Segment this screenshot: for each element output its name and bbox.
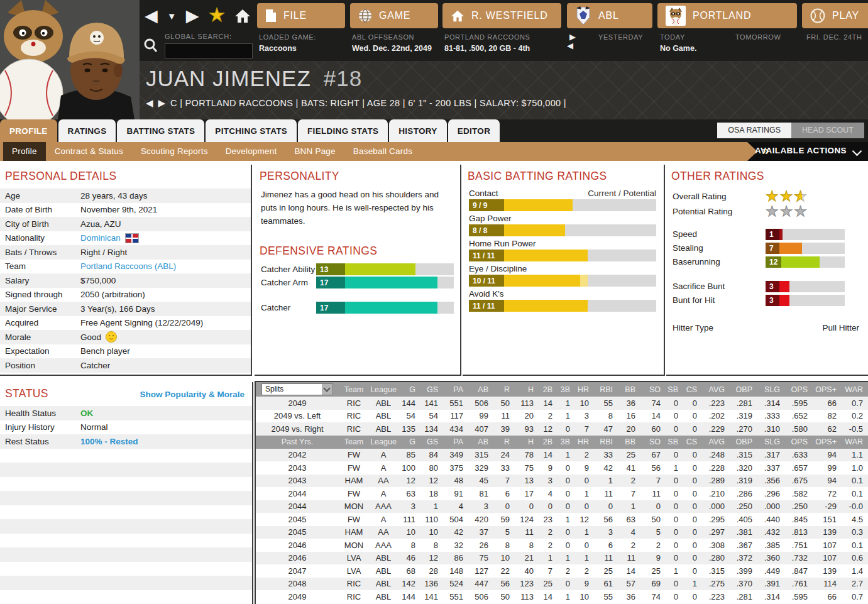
yesterday-label[interactable]: YESTERDAY bbox=[598, 33, 643, 41]
rating-value: 3 bbox=[766, 281, 779, 292]
tab-profile[interactable]: PROFILE bbox=[0, 119, 57, 142]
league-menu-button[interactable]: ABL bbox=[567, 3, 652, 28]
rating-bar: 9 / 9 bbox=[469, 199, 656, 211]
detail-value: November 9th, 2021 bbox=[80, 205, 246, 214]
game-menu-button[interactable]: GAME bbox=[350, 3, 438, 28]
home-icon[interactable] bbox=[234, 8, 251, 23]
column-header-war: WAR bbox=[842, 436, 868, 449]
tab-ratings[interactable]: RATINGS bbox=[58, 119, 116, 142]
column-header-cs: CS bbox=[683, 382, 702, 397]
detail-label: Date of Birth bbox=[5, 205, 80, 214]
splits-dropdown-value: Splits bbox=[262, 384, 322, 395]
abl-logo-icon bbox=[575, 6, 591, 25]
empty-row bbox=[0, 463, 252, 477]
column-header-slg: SLG bbox=[757, 382, 785, 397]
column-header-g: G bbox=[398, 382, 420, 397]
league-menu-label: ABL bbox=[598, 10, 619, 21]
column-header-3b: 3B bbox=[558, 382, 575, 397]
past-years-header-cell: Past Yrs. bbox=[256, 436, 339, 449]
column-header-ops: OPS+ bbox=[813, 436, 842, 449]
stats-row: 2043HAMAA1212484571330012700.289.319.356… bbox=[256, 475, 868, 488]
play-menu-button[interactable]: PLAY bbox=[802, 3, 868, 28]
column-header-team: Team bbox=[339, 436, 369, 449]
show-popularity-link[interactable]: Show Popularity & Morale bbox=[140, 390, 244, 399]
next-day-icon[interactable]: ▶ bbox=[569, 33, 576, 41]
detail-label: Bats / Throws bbox=[5, 248, 80, 257]
column-header-sb: SB bbox=[666, 436, 683, 449]
column-header-obp: OBP bbox=[730, 436, 757, 449]
star-gray-icon: ★ bbox=[794, 203, 808, 219]
player-number: #18 bbox=[324, 66, 362, 91]
column-header-2b: 2B bbox=[539, 382, 558, 397]
subtab-profile[interactable]: Profile bbox=[3, 142, 46, 161]
tab-history[interactable]: HISTORY bbox=[389, 119, 446, 142]
loaded-game-label: LOADED GAME: bbox=[259, 33, 316, 41]
main-content: PERSONAL DETAILS Age28 years, 43 daysDat… bbox=[0, 161, 868, 604]
detail-text: Free Agent Signing (12/22/2049) bbox=[80, 318, 203, 327]
rating-bar: 7 bbox=[766, 243, 845, 254]
file-menu-button[interactable]: FILE bbox=[257, 3, 345, 28]
detail-label: Expectation bbox=[5, 346, 80, 356]
prev-player-icon[interactable]: ◀ bbox=[146, 97, 153, 109]
team-record-value: 81-81, .500, 20 GB - 4th bbox=[444, 44, 530, 53]
day-nav-arrows: ▶ ◀ bbox=[569, 33, 576, 50]
column-header-gs: GS bbox=[420, 436, 443, 449]
play-menu-label: PLAY bbox=[832, 10, 859, 21]
rating-label: Avoid K's bbox=[469, 289, 504, 299]
tab-pitching-stats[interactable]: PITCHING STATS bbox=[206, 119, 297, 142]
detail-label: Age bbox=[5, 191, 80, 200]
player-portrait-image bbox=[0, 0, 140, 119]
next-player-icon[interactable]: ▶ bbox=[158, 97, 166, 109]
available-actions-button[interactable]: AVAILABLE ACTIONS bbox=[755, 146, 847, 155]
subtab-scouting-reports[interactable]: Scouting Reports bbox=[132, 142, 217, 161]
morale-smiley-icon bbox=[106, 331, 117, 343]
rating-bar: 11 / 11 bbox=[469, 300, 656, 312]
splits-dropdown[interactable]: Splits bbox=[261, 383, 333, 395]
tab-fielding-stats[interactable]: FIELDING STATS bbox=[298, 119, 388, 142]
detail-link[interactable]: Portland Raccoons (ABL) bbox=[80, 261, 176, 271]
rating-value: 8 / 8 bbox=[469, 224, 504, 236]
forward-icon[interactable]: ▶ bbox=[186, 8, 199, 25]
stats-header-row: SplitsTeamLeagueGGSPAABRH2B3BHRRBIBBSOSB… bbox=[256, 382, 868, 397]
nav-buttons: ◀ ▼ ▶ ★ bbox=[145, 3, 251, 29]
batting-ratings-title: BASIC BATTING RATINGS bbox=[468, 170, 659, 183]
star-full-icon: ★ bbox=[766, 188, 780, 204]
prev-day-icon[interactable]: ◀ bbox=[567, 41, 576, 50]
column-header-bb: BB bbox=[618, 382, 640, 397]
rating-value: 10 / 11 bbox=[469, 275, 504, 287]
rating-bar: 10 / 11 bbox=[469, 275, 656, 287]
status-value: Normal bbox=[80, 422, 108, 432]
back-icon[interactable]: ◀ bbox=[145, 8, 158, 25]
rating-value: 11 / 11 bbox=[469, 300, 504, 312]
search-input[interactable] bbox=[165, 43, 253, 58]
detail-link[interactable]: Dominican bbox=[80, 233, 121, 243]
subtab-development[interactable]: Development bbox=[217, 142, 286, 161]
rating-value: 17 bbox=[316, 277, 345, 288]
subtab-bnn-page[interactable]: BNN Page bbox=[285, 142, 344, 161]
baseball-icon bbox=[810, 8, 825, 23]
empty-row bbox=[0, 477, 252, 491]
player-name-text: JUAN JIMENEZ bbox=[146, 66, 311, 91]
manager-menu-button[interactable]: R. WESTFIELD bbox=[442, 3, 561, 28]
tab-batting-stats[interactable]: BATTING STATS bbox=[117, 119, 204, 142]
file-icon bbox=[265, 9, 277, 23]
tomorrow-label: TOMORROW bbox=[735, 33, 781, 41]
column-header-pa: PA bbox=[443, 382, 468, 397]
detail-label: Signed through bbox=[5, 290, 80, 299]
detail-label: Morale bbox=[5, 332, 80, 342]
stats-row: 2046MONAAA8832268820062200.308.367.385.7… bbox=[256, 539, 868, 552]
subtab-contract-status[interactable]: Contract & Status bbox=[46, 142, 132, 161]
scout-option-osa-ratings[interactable]: OSA RATINGS bbox=[717, 123, 791, 138]
bookmark-star-icon[interactable]: ★ bbox=[208, 4, 225, 26]
tab-editor[interactable]: EDITOR bbox=[448, 119, 500, 142]
detail-text: November 9th, 2021 bbox=[80, 205, 157, 214]
rating-bar: 17 bbox=[316, 277, 454, 288]
history-dropdown-icon[interactable]: ▼ bbox=[167, 11, 177, 21]
tab-row: PROFILERATINGSBATTING STATSPITCHING STAT… bbox=[0, 119, 868, 142]
scout-option-head-scout[interactable]: HEAD SCOUT bbox=[791, 123, 864, 138]
subtab-baseball-cards[interactable]: Baseball Cards bbox=[344, 142, 421, 161]
stats-row: 2046LVAABL4612867510211111111900.280.372… bbox=[256, 552, 868, 565]
column-header-h: H bbox=[515, 382, 539, 397]
star-full-icon: ★ bbox=[780, 188, 794, 204]
team-menu-button[interactable]: PORTLAND bbox=[657, 3, 797, 28]
